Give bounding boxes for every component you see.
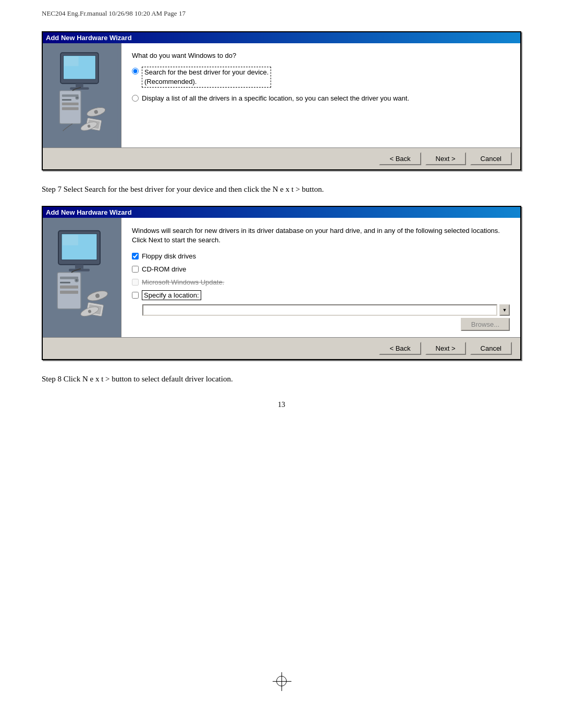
checkbox-location: Specify a location:: [132, 291, 510, 299]
cancel-button-2[interactable]: Cancel: [470, 342, 512, 355]
svg-rect-30: [60, 286, 78, 289]
svg-rect-3: [64, 56, 78, 66]
checkbox-msupdate-input: [132, 279, 139, 286]
svg-rect-22: [63, 235, 78, 245]
checkbox-cdrom: CD-ROM drive: [132, 265, 510, 273]
svg-point-29: [76, 279, 78, 281]
checkbox-msupdate: Microsoft Windows Update.: [132, 278, 510, 286]
back-button-2[interactable]: < Back: [379, 342, 421, 355]
page-number: 13: [42, 401, 521, 409]
browse-btn-row: Browse...: [142, 318, 510, 331]
radio-list-label: Display a list of all the drivers in a s…: [142, 94, 409, 103]
wizard-footer-1: < Back Next > Cancel: [43, 147, 520, 169]
wizard-footer-2: < Back Next > Cancel: [43, 337, 520, 359]
bottom-crosshair: [276, 676, 287, 686]
location-input[interactable]: [142, 304, 497, 316]
wizard-dialog-1: Add New Hardware Wizard: [42, 31, 521, 170]
back-button-1[interactable]: < Back: [379, 152, 421, 165]
page-header: NEC204 Eng.Fr.manual 10/26/98 10:20 AM P…: [42, 9, 186, 18]
checkbox-floppy: Floppy disk drives: [132, 252, 510, 260]
wizard-image-1: [43, 43, 121, 147]
radio-option-1: Search for the best driver for your devi…: [132, 67, 510, 88]
dropdown-arrow[interactable]: ▼: [499, 304, 510, 316]
checkbox-location-input[interactable]: [132, 292, 139, 299]
checkbox-location-label: Specify a location:: [142, 291, 201, 299]
radio-search-label: Search for the best driver for your devi…: [142, 67, 271, 88]
svg-rect-27: [60, 282, 70, 283]
location-input-row: ▼: [142, 304, 510, 316]
browse-button[interactable]: Browse...: [461, 318, 510, 331]
search-option-box: Search for the best driver for your devi…: [142, 67, 271, 88]
next-button-2[interactable]: Next >: [425, 342, 466, 355]
step7-text: Step 7 Select Search for the best driver…: [42, 183, 521, 195]
svg-rect-11: [62, 103, 79, 105]
checkbox-cdrom-input[interactable]: [132, 266, 139, 273]
svg-rect-8: [62, 99, 71, 101]
radio-search[interactable]: [132, 68, 139, 75]
wizard-dialog-2: Add New Hardware Wizard: [42, 206, 521, 360]
wizard-content-2: Windows will search for new drivers in i…: [121, 218, 520, 337]
svg-rect-12: [62, 107, 79, 110]
svg-rect-23: [75, 265, 83, 269]
next-button-1[interactable]: Next >: [425, 152, 466, 165]
wizard-titlebar-1: Add New Hardware Wizard: [43, 32, 520, 43]
wizard-image-2: [43, 218, 121, 337]
wizard-titlebar-2: Add New Hardware Wizard: [43, 207, 520, 218]
step8-text: Step 8 Click N e x t > button to select …: [42, 373, 521, 385]
checkbox-cdrom-label: CD-ROM drive: [142, 265, 186, 273]
dialog1-question: What do you want Windows to do?: [132, 52, 510, 59]
radio-list[interactable]: [132, 95, 139, 102]
radio-option-2: Display a list of all the drivers in a s…: [132, 94, 510, 103]
header-text: NEC204 Eng.Fr.manual 10/26/98 10:20 AM P…: [42, 9, 186, 17]
checkbox-floppy-input[interactable]: [132, 253, 139, 260]
svg-point-10: [76, 97, 78, 99]
checkbox-msupdate-label: Microsoft Windows Update.: [142, 278, 224, 286]
wizard-content-1: What do you want Windows to do? Search f…: [121, 43, 520, 147]
dialog1-title: Add New Hardware Wizard: [46, 34, 132, 42]
dialog2-description: Windows will search for new drivers in i…: [132, 226, 510, 245]
cancel-button-1[interactable]: Cancel: [470, 152, 512, 165]
svg-rect-4: [76, 83, 83, 87]
svg-rect-31: [60, 291, 78, 294]
dialog2-title: Add New Hardware Wizard: [46, 208, 132, 216]
checkbox-floppy-label: Floppy disk drives: [142, 252, 196, 260]
